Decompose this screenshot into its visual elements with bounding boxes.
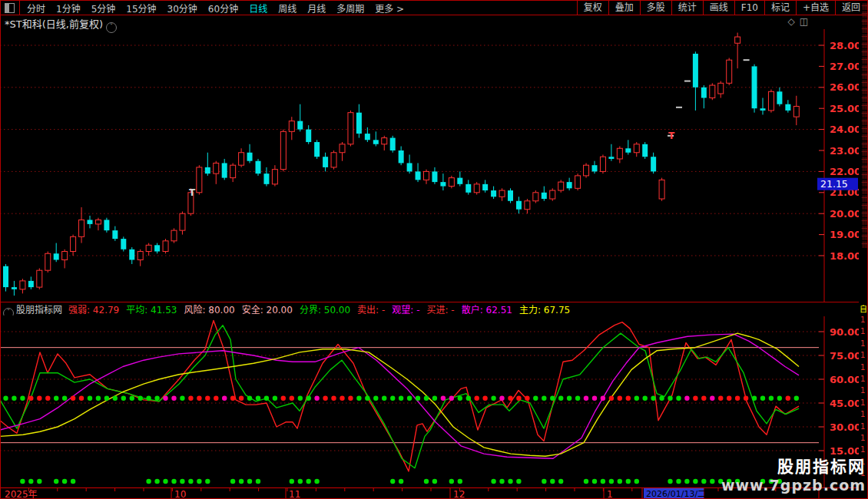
signal-dot [601,396,605,401]
current-date-label[interactable]: 2026/01/13/二 [646,489,706,499]
signal-dot [171,396,176,401]
period-tab-分时[interactable]: 分时 [22,4,51,15]
toolbar-button-标记[interactable]: 标记 [764,1,796,15]
candle-down [247,153,253,161]
signal-dot [609,396,614,401]
signal-dot [542,396,546,401]
bottom-signal-dot [516,479,521,484]
period-tab-60分钟[interactable]: 60分钟 [203,4,244,15]
toolbar-button-叠加[interactable]: 叠加 [608,1,640,15]
signal-dot [104,396,109,401]
signal-dot [533,396,538,401]
signal-dot [769,396,774,401]
bottom-signal-dot [558,479,563,484]
period-tab-1分钟[interactable]: 1分钟 [51,4,86,15]
candle-down [416,171,421,180]
watermark-url: www.7gpzb.com [721,477,866,494]
bottom-signal-dot [314,479,319,484]
candle-down [777,91,782,104]
signal-dot [584,396,588,401]
chevron-down-circle-icon[interactable]: ˇ [3,308,14,316]
candle-up [617,148,622,159]
candle-down [356,113,362,134]
indicator-header: ˇ股朋指标网强弱: 42.79平均: 41.53风险: 80.00安全: 20.… [2,302,856,316]
candlestick-chart[interactable]: 28.0027.0026.0025.0024.0023.0022.0021.00… [0,29,859,302]
candle-up [793,106,799,117]
candle-down [3,266,8,287]
bottom-signal-dot [449,479,454,484]
toolbar-button-画线[interactable]: 画线 [703,1,734,15]
candle-down [432,171,437,182]
candle-down [323,157,328,167]
bottom-signal-dot [180,479,184,484]
candle-up [382,138,387,144]
candle-down [608,157,614,159]
signal-dot [399,396,403,401]
signal-dot [180,396,184,401]
toolbar-button-+自选[interactable]: +自选 [796,1,835,15]
candle-up [449,178,454,187]
signal-dot [214,396,218,401]
toolbar-button-多股[interactable]: 多股 [640,1,671,15]
bottom-signal-dot [634,479,639,484]
period-tab-30分钟[interactable]: 30分钟 [162,4,203,15]
signal-dot [710,396,714,401]
bottom-signal-dot [618,479,622,484]
layout-split-icon[interactable] [5,3,15,13]
watermark: 股朋指标网 www.7gpzb.com [721,454,866,494]
candle-up [137,252,143,260]
signal-dot [525,396,529,401]
candle-down [482,184,488,190]
signal-dot [499,396,504,401]
right-side-strip[interactable]: 卌卌卌卌卌卌卌卌卌卌卌卌卌卌卌卌卌卌卌卌卌卌卌卌卌卌卌卌卌卌卌卌 自 11111… [860,1,868,498]
candle-up [474,184,479,193]
candle-up [710,85,715,97]
candle-down [491,190,496,197]
signal-dot [744,396,748,401]
period-tab-日线[interactable]: 日线 [244,4,273,15]
diamond-icon[interactable]: ◇ [787,16,799,27]
candle-up [584,165,589,176]
period-tab-15分钟[interactable]: 15分钟 [121,4,161,15]
bottom-signal-dot [20,479,25,484]
indicator-line-main-force [0,333,799,456]
indicator-field-散户: 散户: 62.51 [462,305,512,316]
price-label: 19.00 [830,229,859,240]
signal-dot [458,396,462,401]
period-tab-更多 >[interactable]: 更多 > [369,4,409,15]
indicator-field-强弱: 强弱: 42.79 [68,305,119,316]
bottom-signal-dot [626,479,631,484]
toolbar-button-复权[interactable]: 复权 [577,1,608,15]
bottom-signal-dot [290,479,294,484]
period-tab-月线[interactable]: 月线 [302,4,331,15]
bottom-signal-dot [163,479,167,484]
bottom-signal-dot [676,479,681,484]
candle-up [718,83,724,94]
split-window-icon[interactable]: ◫ [800,16,813,27]
candle-up [197,167,202,193]
signal-dot [618,396,622,401]
signal-dot [777,396,782,401]
period-tab-5分钟[interactable]: 5分钟 [86,4,121,15]
signal-dot [760,396,765,401]
indicator-field-风险: 风险: 80.00 [184,305,234,316]
signal-dot [121,396,126,401]
period-tab-多周期[interactable]: 多周期 [331,4,369,15]
bottom-signal-dot [592,479,597,484]
candle-down [222,163,227,177]
indicator-source-label: 股朋指标网 [16,305,62,316]
signal-dot [365,396,369,401]
chart-title-row: *ST和科(日线,前复权)ˇ ◇◫ [2,15,857,28]
bottom-signal-dot [684,479,689,484]
toolbar-button-统计[interactable]: 统计 [671,1,703,15]
signal-dot [416,396,420,401]
candle-up [146,245,151,251]
toolbar-button-F10[interactable]: F10 [734,1,764,15]
bottom-signal-dot [54,479,58,484]
candle-down [625,148,631,152]
signal-dot [205,396,210,401]
period-tab-周线[interactable]: 周线 [273,4,302,15]
signal-dot [197,396,201,401]
bottom-signal-dot [197,479,201,484]
signal-dot [718,396,723,401]
